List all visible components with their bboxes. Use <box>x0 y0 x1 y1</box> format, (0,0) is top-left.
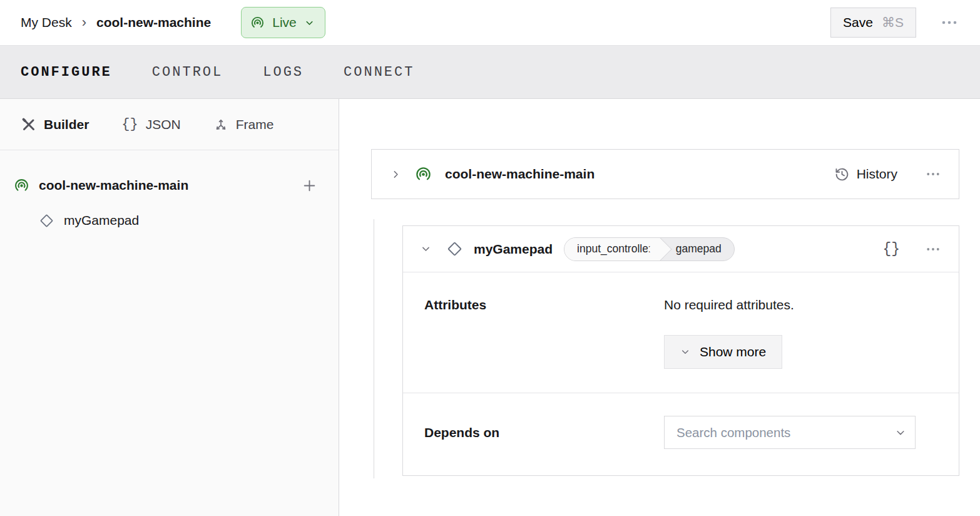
attributes-empty-text: No required attributes. <box>664 297 937 312</box>
braces-icon[interactable]: {} <box>882 241 900 257</box>
tab-control[interactable]: CONTROL <box>152 64 223 80</box>
component-type: input_controller <box>564 238 660 261</box>
component-card-wrapper: myGamepad input_controller gamepad {} At… <box>402 225 959 476</box>
app-header: My Desk › cool-new-machine Live Save ⌘S <box>0 0 980 46</box>
tree-item-label: cool-new-machine-main <box>39 178 188 193</box>
tools-icon <box>21 117 36 132</box>
config-sidebar: Builder {} JSON Frame <box>0 99 339 516</box>
breadcrumb-parent[interactable]: My Desk <box>21 15 72 30</box>
chevron-down-icon[interactable] <box>421 244 431 254</box>
history-icon <box>834 167 850 182</box>
component-card-header: myGamepad input_controller gamepad {} <box>403 226 959 272</box>
part-card-title: cool-new-machine-main <box>445 167 595 182</box>
history-button[interactable]: History <box>834 167 897 182</box>
depends-on-select[interactable] <box>664 416 916 449</box>
show-more-label: Show more <box>700 344 766 359</box>
component-diamond-icon <box>446 240 463 257</box>
depends-on-body <box>664 416 937 449</box>
mode-frame[interactable]: Frame <box>213 117 274 132</box>
save-button-label: Save <box>843 15 873 30</box>
live-status-dropdown[interactable]: Live <box>241 7 325 38</box>
machine-part-icon <box>14 178 29 194</box>
header-ellipsis-icon[interactable] <box>937 14 961 31</box>
component-card-title: myGamepad <box>474 242 553 257</box>
depends-on-label: Depends on <box>424 425 664 440</box>
save-shortcut-hint: ⌘S <box>882 15 904 30</box>
machine-live-icon <box>250 16 265 30</box>
content-row: Builder {} JSON Frame <box>0 99 980 516</box>
add-component-icon[interactable] <box>300 177 319 195</box>
machine-tab-bar: CONFIGURE CONTROL LOGS CONNECT <box>0 46 980 99</box>
show-more-button[interactable]: Show more <box>664 335 782 369</box>
attributes-label: Attributes <box>424 297 664 369</box>
history-button-label: History <box>857 167 897 182</box>
chevron-down-icon <box>304 18 315 28</box>
tab-connect[interactable]: CONNECT <box>344 64 414 80</box>
component-diamond-icon <box>39 213 54 229</box>
tree-item-machine-part[interactable]: cool-new-machine-main <box>14 168 319 203</box>
chevron-down-icon <box>680 347 690 357</box>
tree-item-label: myGamepad <box>64 213 139 228</box>
breadcrumb-current: cool-new-machine <box>96 15 211 30</box>
tree-item-component[interactable]: myGamepad <box>14 203 319 238</box>
frame-axes-icon <box>213 117 228 132</box>
mode-frame-label: Frame <box>236 117 274 132</box>
breadcrumb: My Desk › cool-new-machine <box>21 14 211 31</box>
component-card: myGamepad input_controller gamepad {} At… <box>402 225 959 476</box>
mode-builder[interactable]: Builder <box>21 117 89 132</box>
tab-configure[interactable]: CONFIGURE <box>21 64 112 80</box>
mode-builder-label: Builder <box>44 117 89 132</box>
attributes-body: No required attributes. Show more <box>664 297 937 369</box>
live-badge-label: Live <box>272 15 297 30</box>
component-card-ellipsis-icon[interactable] <box>922 242 944 257</box>
component-type-badge: input_controller gamepad <box>564 237 735 261</box>
machine-part-card: cool-new-machine-main History <box>371 149 959 199</box>
chevron-right-icon[interactable] <box>390 169 401 180</box>
braces-icon: {} <box>121 116 138 132</box>
nesting-connector-line <box>374 219 374 478</box>
save-button[interactable]: Save ⌘S <box>830 8 916 38</box>
mode-json[interactable]: {} JSON <box>121 116 180 132</box>
machine-part-icon <box>415 166 432 183</box>
breadcrumb-separator-icon: › <box>82 14 86 31</box>
mode-json-label: JSON <box>146 117 181 132</box>
component-tree: cool-new-machine-main myGamepad <box>0 150 339 238</box>
search-components-input[interactable] <box>665 416 915 448</box>
tab-logs[interactable]: LOGS <box>263 64 304 80</box>
view-mode-toggle: Builder {} JSON Frame <box>0 99 339 150</box>
config-main-pane: cool-new-machine-main History <box>339 99 980 516</box>
depends-on-section: Depends on <box>403 393 959 475</box>
attributes-section: Attributes No required attributes. Show … <box>403 272 959 393</box>
part-card-ellipsis-icon[interactable] <box>922 167 944 182</box>
